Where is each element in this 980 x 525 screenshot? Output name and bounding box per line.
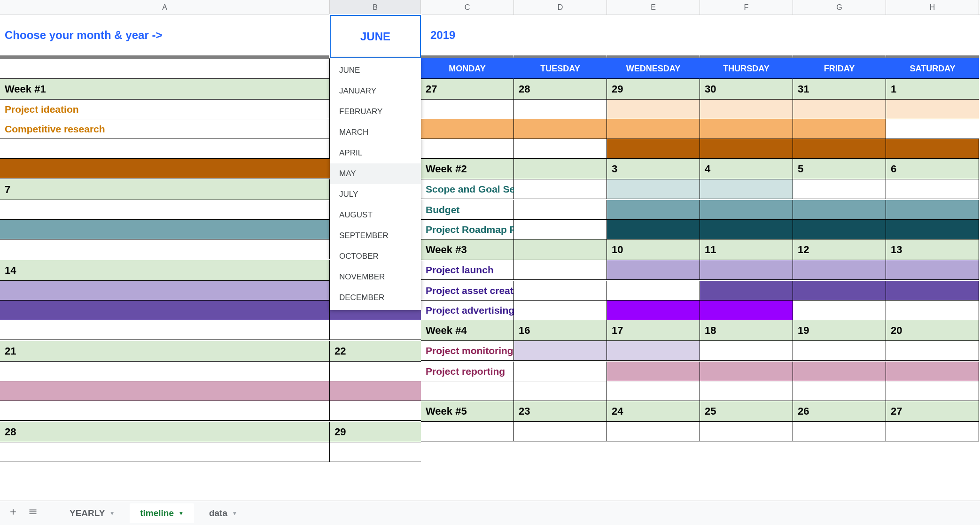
task-gantt-cell[interactable] bbox=[0, 239, 330, 259]
week-date-cell[interactable]: 25 bbox=[700, 401, 793, 422]
col-header-E[interactable]: E bbox=[607, 0, 700, 15]
day-header-left[interactable] bbox=[0, 58, 330, 79]
week-date-cell[interactable]: 29 bbox=[607, 79, 700, 100]
task-label[interactable]: Project asset creation bbox=[421, 281, 514, 301]
task-gantt-cell[interactable] bbox=[421, 139, 514, 159]
task-gantt-cell[interactable] bbox=[0, 442, 330, 462]
task-gantt-cell[interactable] bbox=[886, 179, 979, 199]
task-gantt-cell[interactable] bbox=[607, 260, 700, 280]
year-cell[interactable]: 2019 bbox=[421, 15, 514, 58]
week-date-cell[interactable]: 29 bbox=[330, 422, 421, 442]
task-gantt-cell[interactable] bbox=[0, 381, 330, 401]
task-gantt-cell[interactable] bbox=[793, 179, 886, 199]
task-gantt-cell[interactable] bbox=[700, 139, 793, 159]
task-gantt-cell[interactable] bbox=[793, 220, 886, 239]
task-gantt-cell[interactable] bbox=[793, 281, 886, 301]
task-gantt-cell[interactable] bbox=[330, 401, 421, 421]
dropdown-option[interactable]: MAY bbox=[330, 163, 421, 184]
week-date-cell[interactable]: 4 bbox=[700, 159, 793, 179]
task-label[interactable]: Project ideation bbox=[0, 100, 330, 119]
empty-cell[interactable] bbox=[607, 15, 700, 58]
dropdown-option[interactable]: SEPTEMBER bbox=[330, 225, 421, 246]
task-gantt-cell[interactable] bbox=[700, 119, 793, 139]
dropdown-option[interactable]: JULY bbox=[330, 184, 421, 205]
week-label[interactable]: Week #1 bbox=[0, 79, 330, 100]
task-gantt-cell[interactable] bbox=[793, 381, 886, 401]
dropdown-option[interactable]: APRIL bbox=[330, 143, 421, 163]
month-dropdown[interactable]: JUNEJANUARYFEBRUARYMARCHAPRILMAYJULYAUGU… bbox=[330, 58, 421, 310]
task-gantt-cell[interactable] bbox=[514, 381, 607, 401]
task-label[interactable] bbox=[421, 422, 514, 441]
week-date-cell[interactable]: 28 bbox=[514, 79, 607, 100]
task-gantt-cell[interactable] bbox=[700, 179, 793, 199]
task-gantt-cell[interactable] bbox=[421, 100, 514, 119]
week-date-cell[interactable]: 10 bbox=[607, 239, 700, 260]
week-date-cell[interactable]: 27 bbox=[421, 79, 514, 100]
week-date-cell[interactable]: 1 bbox=[886, 79, 979, 100]
week-date-cell[interactable]: 28 bbox=[0, 422, 330, 442]
empty-cell[interactable] bbox=[793, 15, 886, 58]
task-gantt-cell[interactable] bbox=[700, 220, 793, 239]
task-gantt-cell[interactable] bbox=[514, 220, 607, 239]
col-header-D[interactable]: D bbox=[514, 0, 607, 15]
task-gantt-cell[interactable] bbox=[0, 401, 330, 421]
month-select-cell[interactable]: JUNE bbox=[330, 15, 421, 58]
task-gantt-cell[interactable] bbox=[700, 100, 793, 119]
week-date-cell[interactable]: 22 bbox=[330, 341, 421, 362]
task-gantt-cell[interactable] bbox=[607, 301, 700, 320]
week-date-cell[interactable]: 3 bbox=[607, 159, 700, 179]
task-gantt-cell[interactable] bbox=[514, 301, 607, 320]
col-header-H[interactable]: H bbox=[886, 0, 979, 15]
task-gantt-cell[interactable] bbox=[514, 119, 607, 139]
week-date-cell[interactable]: 12 bbox=[793, 239, 886, 260]
week-date-cell[interactable]: 13 bbox=[886, 239, 979, 260]
task-gantt-cell[interactable] bbox=[607, 200, 700, 220]
week-date-cell[interactable]: 11 bbox=[700, 239, 793, 260]
task-label[interactable]: Project launch bbox=[421, 260, 514, 280]
task-gantt-cell[interactable] bbox=[700, 260, 793, 280]
week-date-cell[interactable]: 27 bbox=[886, 401, 979, 422]
task-label[interactable]: Budget bbox=[421, 200, 514, 220]
week-date-cell[interactable]: 16 bbox=[514, 320, 607, 341]
week-date-cell[interactable]: 6 bbox=[886, 159, 979, 179]
week-date-cell[interactable]: 31 bbox=[793, 79, 886, 100]
week-date-cell[interactable]: 18 bbox=[700, 320, 793, 341]
task-gantt-cell[interactable] bbox=[421, 119, 514, 139]
task-gantt-cell[interactable] bbox=[886, 422, 979, 441]
task-gantt-cell[interactable] bbox=[0, 139, 330, 159]
week-date-cell[interactable]: 30 bbox=[700, 79, 793, 100]
task-gantt-cell[interactable] bbox=[700, 422, 793, 441]
task-gantt-cell[interactable] bbox=[607, 422, 700, 441]
task-gantt-cell[interactable] bbox=[514, 139, 607, 159]
col-header-G[interactable]: G bbox=[793, 0, 886, 15]
task-gantt-cell[interactable] bbox=[886, 281, 979, 301]
day-header-friday[interactable]: FRIDAY bbox=[793, 58, 886, 79]
task-gantt-cell[interactable] bbox=[793, 119, 886, 139]
week-label[interactable]: Week #5 bbox=[421, 401, 514, 422]
task-gantt-cell[interactable] bbox=[700, 301, 793, 320]
task-gantt-cell[interactable] bbox=[886, 220, 979, 239]
week-label[interactable]: Week #4 bbox=[421, 320, 514, 341]
task-gantt-cell[interactable] bbox=[0, 200, 330, 220]
day-header-monday[interactable]: MONDAY bbox=[421, 58, 514, 79]
week-date-cell[interactable] bbox=[514, 159, 607, 179]
task-gantt-cell[interactable] bbox=[793, 139, 886, 159]
task-gantt-cell[interactable] bbox=[793, 100, 886, 119]
task-gantt-cell[interactable] bbox=[607, 179, 700, 199]
week-date-cell[interactable]: 17 bbox=[607, 320, 700, 341]
task-label[interactable]: Project monitoring bbox=[421, 341, 514, 361]
task-gantt-cell[interactable] bbox=[514, 341, 607, 361]
task-label[interactable] bbox=[421, 381, 514, 401]
task-gantt-cell[interactable] bbox=[886, 260, 979, 280]
dropdown-option[interactable]: JUNE bbox=[330, 60, 421, 81]
week-date-cell[interactable]: 7 bbox=[0, 179, 330, 200]
task-gantt-cell[interactable] bbox=[886, 341, 979, 361]
task-gantt-cell[interactable] bbox=[886, 301, 979, 320]
week-date-cell[interactable]: 26 bbox=[793, 401, 886, 422]
task-label[interactable]: Scope and Goal Setting bbox=[421, 179, 514, 199]
task-gantt-cell[interactable] bbox=[0, 320, 330, 340]
task-gantt-cell[interactable] bbox=[0, 220, 330, 239]
task-gantt-cell[interactable] bbox=[886, 200, 979, 220]
task-gantt-cell[interactable] bbox=[607, 119, 700, 139]
task-gantt-cell[interactable] bbox=[793, 422, 886, 441]
